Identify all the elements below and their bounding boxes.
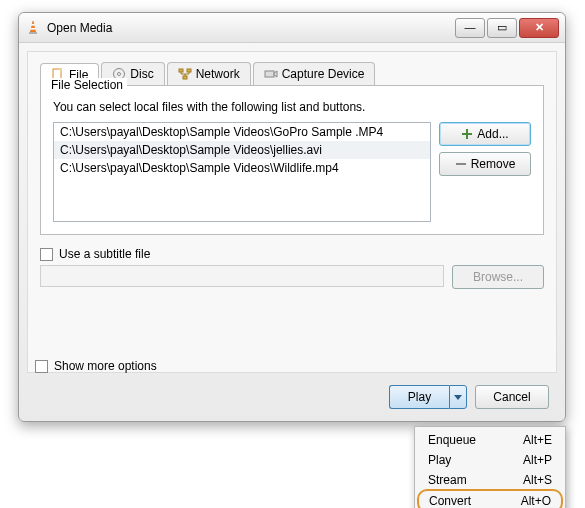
subtitle-label: Use a subtitle file — [59, 247, 150, 261]
open-media-dialog: Open Media — ▭ ✕ File Disc Network Captu… — [18, 12, 566, 422]
maximize-button[interactable]: ▭ — [487, 18, 517, 38]
menu-item-label: Play — [428, 453, 451, 467]
play-dropdown-menu: Enqueue Alt+E Play Alt+P Stream Alt+S Co… — [414, 426, 566, 508]
vlc-cone-icon — [25, 20, 41, 36]
menu-item-stream[interactable]: Stream Alt+S — [418, 470, 562, 490]
list-item[interactable]: C:\Users\payal\Desktop\Sample Videos\GoP… — [54, 123, 430, 141]
play-split-button[interactable]: Play — [389, 385, 467, 409]
svg-rect-3 — [29, 32, 37, 34]
menu-item-shortcut: Alt+S — [523, 473, 552, 487]
menu-item-convert[interactable]: Convert Alt+O — [417, 489, 563, 508]
close-button[interactable]: ✕ — [519, 18, 559, 38]
tab-disc-label: Disc — [130, 67, 153, 81]
menu-item-enqueue[interactable]: Enqueue Alt+E — [418, 430, 562, 450]
browse-button-label: Browse... — [473, 270, 523, 284]
add-button-label: Add... — [477, 127, 508, 141]
svg-rect-8 — [179, 69, 183, 72]
menu-item-label: Stream — [428, 473, 467, 487]
svg-rect-9 — [187, 69, 191, 72]
menu-item-label: Enqueue — [428, 433, 476, 447]
tab-network[interactable]: Network — [167, 62, 251, 85]
menu-item-label: Convert — [429, 494, 471, 508]
list-item[interactable]: C:\Users\payal\Desktop\Sample Videos\Wil… — [54, 159, 430, 177]
tab-capture[interactable]: Capture Device — [253, 62, 376, 85]
subtitle-checkbox[interactable] — [40, 248, 53, 261]
dialog-footer: Play Cancel — [389, 385, 549, 409]
menu-item-shortcut: Alt+P — [523, 453, 552, 467]
list-item[interactable]: C:\Users\payal\Desktop\Sample Videos\jel… — [54, 141, 430, 159]
file-selection-group: File Selection You can select local file… — [40, 85, 544, 235]
svg-point-7 — [118, 73, 121, 76]
subtitle-row: Use a subtitle file — [40, 247, 544, 261]
window-buttons: — ▭ ✕ — [453, 18, 559, 38]
file-selection-hint: You can select local files with the foll… — [53, 100, 531, 114]
play-button-label: Play — [408, 390, 431, 404]
svg-marker-0 — [31, 21, 36, 32]
more-options-row: Show more options — [35, 359, 157, 373]
remove-button-label: Remove — [471, 157, 516, 171]
play-dropdown-toggle[interactable] — [449, 385, 467, 409]
browse-button: Browse... — [452, 265, 544, 289]
plus-icon — [461, 128, 473, 140]
minus-icon — [455, 158, 467, 170]
cancel-button[interactable]: Cancel — [475, 385, 549, 409]
menu-item-shortcut: Alt+E — [523, 433, 552, 447]
file-list[interactable]: C:\Users\payal\Desktop\Sample Videos\GoP… — [53, 122, 431, 222]
menu-item-play[interactable]: Play Alt+P — [418, 450, 562, 470]
add-button[interactable]: Add... — [439, 122, 531, 146]
chevron-down-icon — [454, 393, 462, 401]
client-area: File Disc Network Capture Device File Se… — [27, 51, 557, 373]
remove-button[interactable]: Remove — [439, 152, 531, 176]
more-options-checkbox[interactable] — [35, 360, 48, 373]
tab-capture-label: Capture Device — [282, 67, 365, 81]
window-title: Open Media — [47, 21, 453, 35]
svg-rect-10 — [183, 76, 187, 79]
play-button[interactable]: Play — [389, 385, 449, 409]
menu-item-shortcut: Alt+O — [521, 494, 551, 508]
minimize-button[interactable]: — — [455, 18, 485, 38]
svg-marker-13 — [454, 395, 462, 400]
cancel-button-label: Cancel — [493, 390, 530, 404]
titlebar: Open Media — ▭ ✕ — [19, 13, 565, 43]
file-selection-legend: File Selection — [47, 78, 127, 92]
svg-rect-1 — [31, 24, 34, 26]
more-options-label: Show more options — [54, 359, 157, 373]
subtitle-path-field — [40, 265, 444, 287]
svg-rect-11 — [265, 71, 274, 77]
tab-network-label: Network — [196, 67, 240, 81]
capture-icon — [264, 67, 278, 81]
svg-rect-2 — [31, 28, 36, 30]
network-icon — [178, 67, 192, 81]
